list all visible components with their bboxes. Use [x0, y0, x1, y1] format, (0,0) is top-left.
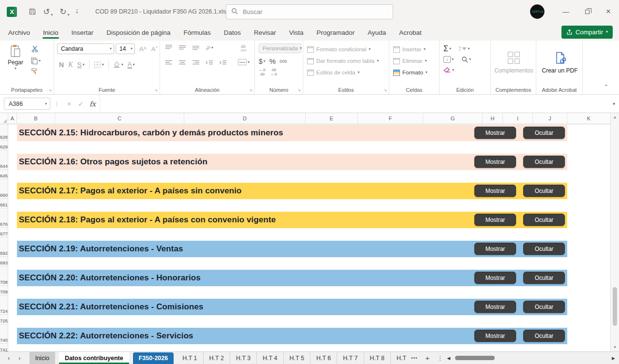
column-header-j[interactable]: J: [533, 113, 567, 124]
sheet-tab-ht4[interactable]: H.T 4: [257, 352, 283, 364]
search-box[interactable]: [226, 4, 393, 19]
horizontal-scrollbar[interactable]: ◀ ▶: [447, 352, 619, 364]
tab-datos[interactable]: Datos: [221, 25, 244, 40]
minimize-button[interactable]: —: [555, 0, 576, 23]
format-painter-button[interactable]: [31, 68, 41, 76]
new-sheet-button[interactable]: +: [421, 352, 433, 364]
scroll-right-icon[interactable]: ▶: [612, 356, 615, 361]
percent-format-button[interactable]: %: [269, 57, 276, 65]
copy-button[interactable]: ▾: [31, 58, 41, 64]
row-header[interactable]: 740: [0, 337, 8, 344]
paste-button[interactable]: Pegar ▾: [3, 44, 28, 85]
sheet-tab-ht5[interactable]: H.T 5: [284, 352, 310, 364]
column-header-g[interactable]: G: [423, 113, 483, 124]
column-header-h[interactable]: H: [483, 113, 503, 124]
excel-logo-icon[interactable]: X: [7, 7, 17, 17]
cut-button[interactable]: [31, 45, 41, 54]
save-icon[interactable]: [29, 8, 36, 15]
column-header-k[interactable]: K: [567, 113, 610, 124]
column-header-b[interactable]: B: [17, 113, 55, 124]
ocultar-button[interactable]: Ocultar: [523, 185, 565, 197]
mostrar-button[interactable]: Mostrar: [474, 156, 516, 168]
row-header[interactable]: 661: [0, 202, 8, 208]
column-header-c[interactable]: C: [55, 113, 184, 124]
ocultar-button[interactable]: Ocultar: [523, 301, 565, 313]
ocultar-button[interactable]: Ocultar: [523, 156, 565, 168]
row-header[interactable]: 645: [0, 173, 8, 179]
row-header[interactable]: 709: [0, 289, 8, 295]
clear-button[interactable]: ▾: [443, 67, 454, 73]
horizontal-scroll-thumb[interactable]: [455, 356, 495, 360]
prev-sheet-icon[interactable]: ‹: [8, 354, 10, 362]
ocultar-button[interactable]: Ocultar: [523, 272, 565, 284]
tab-insertar[interactable]: Insertar: [68, 25, 97, 40]
find-select-button[interactable]: ▾: [461, 56, 471, 63]
currency-format-button[interactable]: $▾: [259, 58, 265, 65]
share-button[interactable]: Compartir▾: [561, 26, 613, 39]
collapse-ribbon-icon[interactable]: ⌄: [604, 81, 608, 87]
sheet-tab-ht-truncated[interactable]: H.T: [391, 352, 407, 364]
insert-function-icon[interactable]: fx: [89, 100, 96, 108]
tab-inicio[interactable]: Inicio: [40, 25, 62, 40]
mostrar-button[interactable]: Mostrar: [474, 185, 516, 197]
clipboard-dialog-launcher-icon[interactable]: ↘: [48, 88, 52, 92]
row-header[interactable]: 628: [0, 134, 8, 141]
tab-acrobat[interactable]: Acrobat: [396, 25, 425, 40]
row-header[interactable]: 708: [0, 279, 8, 286]
expand-formula-bar-icon[interactable]: ▾: [613, 102, 615, 106]
sheet-tab-f350-2026[interactable]: F350-2026: [133, 352, 174, 364]
column-header-a[interactable]: A: [8, 113, 17, 124]
sheet-tab-inicio[interactable]: Inicio: [29, 352, 55, 364]
row-header[interactable]: 677: [0, 231, 8, 237]
scroll-left-icon[interactable]: ◀: [447, 356, 450, 361]
sheet-grid[interactable]: SECCIÓN 2.15: Hidrocarburos, carbón y de…: [0, 124, 610, 351]
tab-formulas[interactable]: Fórmulas: [180, 25, 214, 40]
row-header[interactable]: 692: [0, 250, 8, 257]
format-cells-button[interactable]: Formato▾: [393, 67, 437, 78]
tab-disposicion[interactable]: Disposición de página: [103, 25, 174, 40]
tab-vista[interactable]: Vista: [286, 25, 307, 40]
font-name-combo[interactable]: Candara▾: [57, 44, 114, 54]
next-sheet-icon[interactable]: ›: [18, 354, 20, 362]
select-all-corner[interactable]: [0, 113, 8, 124]
tab-ayuda[interactable]: Ayuda: [364, 25, 389, 40]
row-header[interactable]: 725: [0, 318, 8, 324]
ocultar-button[interactable]: Ocultar: [523, 214, 565, 226]
row-header[interactable]: 741: [0, 347, 8, 351]
paste-chevron-icon[interactable]: ▾: [15, 67, 16, 71]
vertical-scrollbar[interactable]: ▲ ▼: [610, 113, 619, 351]
undo-chevron-icon[interactable]: ▾: [51, 13, 53, 17]
number-dialog-launcher-icon[interactable]: ↘: [297, 88, 301, 92]
redo-chevron-icon[interactable]: ▾: [68, 13, 70, 17]
formula-input[interactable]: [100, 95, 609, 113]
comma-format-button[interactable]: 000: [280, 59, 287, 64]
sheet-tab-ht1[interactable]: H.T 1: [177, 352, 203, 364]
undo-button[interactable]: ↺▾: [43, 7, 53, 17]
mostrar-button[interactable]: Mostrar: [474, 214, 516, 226]
ocultar-button[interactable]: Ocultar: [523, 330, 565, 342]
row-header[interactable]: 629: [0, 144, 8, 150]
row-header[interactable]: 660: [0, 192, 8, 199]
mostrar-button[interactable]: Mostrar: [474, 330, 516, 342]
horizontal-scroll-track[interactable]: [453, 355, 609, 361]
increase-decimal-button[interactable]: ←.0.00: [259, 68, 265, 76]
sheet-tab-datos-contribuyente[interactable]: Datos contribuyente: [59, 352, 129, 364]
column-header-e[interactable]: E: [306, 113, 358, 124]
redo-button[interactable]: ↻▾: [59, 7, 69, 17]
tab-programador[interactable]: Programador: [313, 25, 358, 40]
vertical-scroll-thumb[interactable]: [613, 287, 617, 326]
font-size-combo[interactable]: 14▾: [116, 44, 135, 54]
customize-quick-access-icon[interactable]: ▾: [76, 10, 78, 14]
confirm-entry-icon[interactable]: ✓: [78, 100, 84, 108]
name-box-chevron-icon[interactable]: ▾: [45, 102, 47, 106]
autosum-button[interactable]: Σ▾: [443, 44, 451, 53]
search-input[interactable]: [242, 8, 388, 16]
name-box[interactable]: A386▾: [4, 98, 50, 110]
mostrar-button[interactable]: Mostrar: [474, 301, 516, 313]
font-dialog-launcher-icon[interactable]: ↘: [154, 88, 158, 92]
copy-chevron-icon[interactable]: ▾: [39, 59, 41, 63]
row-header[interactable]: 724: [0, 308, 8, 315]
scroll-up-icon[interactable]: ▲: [611, 115, 619, 119]
sheet-tab-ht6[interactable]: H.T 6: [310, 352, 337, 364]
ocultar-button[interactable]: Ocultar: [523, 243, 565, 255]
